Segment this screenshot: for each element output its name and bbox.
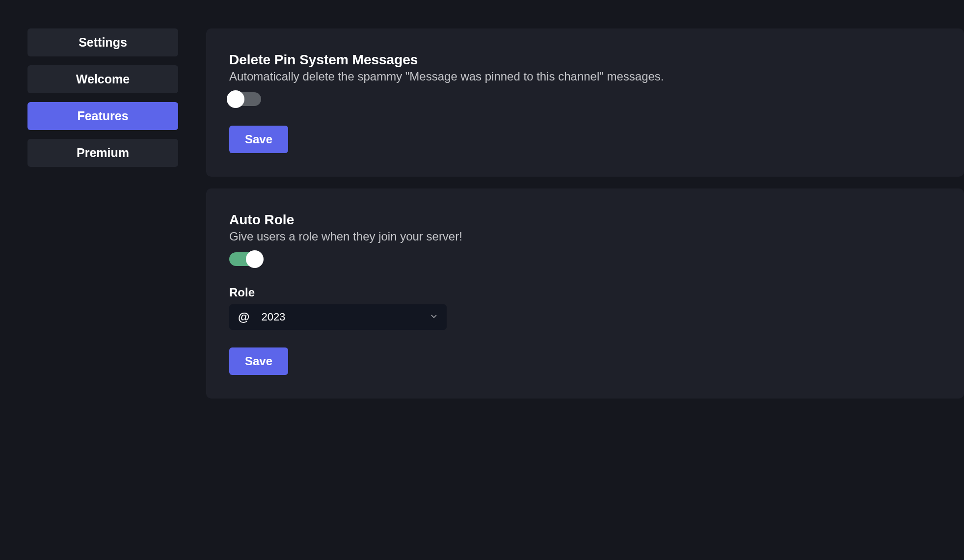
delete-pin-title: Delete Pin System Messages	[229, 52, 941, 68]
toggle-knob	[246, 250, 264, 268]
sidebar-item-welcome[interactable]: Welcome	[27, 65, 178, 93]
card-delete-pin: Delete Pin System Messages Automatically…	[206, 28, 964, 177]
card-auto-role: Auto Role Give users a role when they jo…	[206, 188, 964, 399]
delete-pin-desc: Automatically delete the spammy "Message…	[229, 70, 941, 83]
app-container: Settings Welcome Features Premium Delete…	[0, 0, 964, 410]
sidebar-item-settings[interactable]: Settings	[27, 28, 178, 56]
role-field-label: Role	[229, 286, 941, 299]
chevron-down-icon	[430, 312, 438, 322]
delete-pin-save-button[interactable]: Save	[229, 126, 288, 153]
toggle-knob	[227, 90, 244, 108]
sidebar-item-premium[interactable]: Premium	[27, 139, 178, 167]
sidebar: Settings Welcome Features Premium	[27, 28, 178, 410]
role-select[interactable]: @ 2023	[229, 304, 447, 330]
auto-role-desc: Give users a role when they join your se…	[229, 230, 941, 243]
delete-pin-toggle[interactable]	[229, 92, 261, 106]
sidebar-item-features[interactable]: Features	[27, 102, 178, 130]
main-content: Delete Pin System Messages Automatically…	[206, 28, 964, 410]
auto-role-title: Auto Role	[229, 212, 941, 228]
auto-role-save-button[interactable]: Save	[229, 347, 288, 375]
at-icon: @	[238, 310, 249, 324]
role-select-value: 2023	[261, 311, 430, 323]
auto-role-toggle[interactable]	[229, 252, 261, 266]
